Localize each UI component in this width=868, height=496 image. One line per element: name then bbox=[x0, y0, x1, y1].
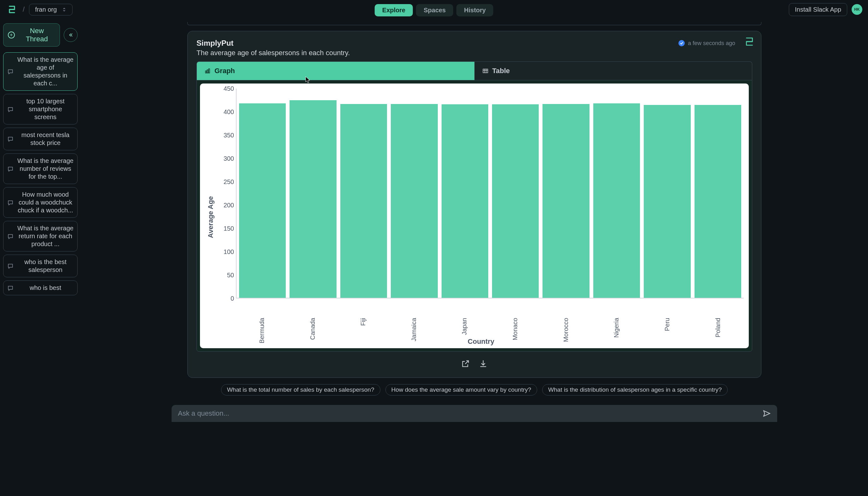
thread-label: most recent tesla stock price bbox=[17, 131, 74, 147]
bar[interactable] bbox=[644, 105, 690, 298]
timestamp: a few seconds ago bbox=[688, 40, 735, 47]
y-tick: 100 bbox=[224, 248, 234, 255]
x-tick: Poland bbox=[694, 301, 741, 336]
bars bbox=[236, 89, 744, 298]
y-tick: 400 bbox=[224, 108, 234, 115]
bar[interactable] bbox=[391, 104, 437, 298]
app-header: / fran org Explore Spaces History Instal… bbox=[0, 0, 868, 19]
body: + New Thread What is the average age of … bbox=[0, 19, 868, 496]
y-tick: 150 bbox=[224, 225, 234, 232]
x-tick: Jamaica bbox=[390, 301, 437, 336]
tab-explore[interactable]: Explore bbox=[375, 4, 413, 16]
install-slack-button[interactable]: Install Slack App bbox=[789, 3, 847, 16]
thread-label: top 10 largest smartphone screens bbox=[17, 97, 74, 121]
sidebar-thread-item[interactable]: who is the best salesperson bbox=[3, 254, 78, 277]
bar[interactable] bbox=[340, 104, 387, 298]
external-link-icon bbox=[461, 359, 470, 368]
sidebar-thread-item[interactable]: who is best bbox=[3, 280, 78, 295]
x-tick: Morocco bbox=[542, 301, 589, 336]
chat-icon bbox=[7, 106, 14, 112]
bar-chart-icon bbox=[204, 68, 211, 74]
view-tab-table[interactable]: Table bbox=[474, 62, 752, 80]
x-tick: Fiji bbox=[340, 301, 387, 336]
plot-zone: 050100150200250300350400450 bbox=[218, 89, 744, 298]
chat-icon bbox=[7, 136, 14, 142]
sidebar-thread-item[interactable]: top 10 largest smartphone screens bbox=[3, 94, 78, 124]
plus-icon: + bbox=[8, 32, 15, 38]
suggestion-chip[interactable]: What is the total number of sales by eac… bbox=[221, 384, 380, 396]
thread-label: What is the average return rate for each… bbox=[17, 224, 74, 248]
tab-history[interactable]: History bbox=[457, 4, 493, 16]
nav-tabs: Explore Spaces History bbox=[375, 4, 493, 16]
answer-description: The average age of salespersons in each … bbox=[196, 49, 752, 57]
thread-label: who is best bbox=[17, 284, 74, 292]
view-tabs: Graph Table bbox=[196, 61, 752, 80]
sidebar-thread-item[interactable]: most recent tesla stock price bbox=[3, 128, 78, 150]
svg-rect-3 bbox=[483, 69, 488, 73]
avatar[interactable]: HK bbox=[852, 4, 862, 15]
bar[interactable] bbox=[442, 104, 488, 298]
suggestion-chip[interactable]: How does the average sale amount vary by… bbox=[386, 384, 537, 396]
tab-spaces[interactable]: Spaces bbox=[416, 4, 453, 16]
chat-icon bbox=[7, 200, 14, 206]
download-icon bbox=[479, 359, 488, 368]
regenerate-button[interactable] bbox=[744, 36, 755, 48]
thread-label: who is the best salesperson bbox=[17, 258, 74, 274]
refresh-icon bbox=[744, 36, 755, 48]
sidebar-thread-item[interactable]: What is the average number of reviews fo… bbox=[3, 153, 78, 184]
bar[interactable] bbox=[239, 103, 286, 298]
y-tick: 450 bbox=[224, 85, 234, 92]
thread-label: What is the average number of reviews fo… bbox=[17, 157, 74, 181]
bar[interactable] bbox=[289, 100, 336, 298]
chat-icon bbox=[7, 233, 14, 239]
table-icon bbox=[482, 68, 489, 74]
bar[interactable] bbox=[542, 104, 589, 298]
question-input-bar bbox=[171, 405, 777, 422]
view-tab-graph[interactable]: Graph bbox=[197, 62, 474, 80]
new-thread-button[interactable]: + New Thread bbox=[3, 23, 60, 47]
open-external-button[interactable] bbox=[461, 359, 470, 368]
bar[interactable] bbox=[593, 103, 640, 298]
status-area: a few seconds ago bbox=[678, 40, 735, 47]
thread-label: How much wood could a woodchuck chuck if… bbox=[17, 191, 74, 214]
suggestion-chip[interactable]: What is the distribution of salesperson … bbox=[542, 384, 728, 396]
send-button[interactable] bbox=[763, 409, 771, 418]
main: SimplyPut a few seconds ago The average … bbox=[81, 19, 868, 496]
x-tick: Bermuda bbox=[238, 301, 285, 336]
org-picker[interactable]: fran org bbox=[29, 4, 73, 15]
header-left: / fran org bbox=[6, 3, 73, 16]
verified-icon bbox=[678, 40, 685, 46]
ylabel-wrap: Average Age bbox=[205, 89, 216, 346]
download-button[interactable] bbox=[479, 359, 488, 368]
bar[interactable] bbox=[694, 105, 741, 298]
x-ticks: BermudaCanadaFijiJamaicaJapanMonacoMoroc… bbox=[236, 298, 744, 336]
bot-name: SimplyPut bbox=[196, 39, 234, 48]
question-input[interactable] bbox=[178, 409, 763, 418]
chart: Average Age 050100150200250300350400450 … bbox=[200, 83, 749, 348]
axis-zone: 050100150200250300350400450 BermudaCanad… bbox=[218, 89, 744, 346]
prev-card-edge bbox=[188, 22, 761, 25]
svg-rect-0 bbox=[205, 71, 206, 73]
chat-icon bbox=[7, 166, 14, 172]
chat-icon bbox=[7, 263, 14, 269]
suggested-questions: What is the total number of sales by eac… bbox=[188, 384, 761, 396]
chat-icon bbox=[7, 285, 14, 291]
send-icon bbox=[763, 409, 771, 418]
breadcrumb-separator: / bbox=[23, 5, 25, 14]
x-tick: Japan bbox=[441, 301, 488, 336]
chart-frame: Average Age 050100150200250300350400450 … bbox=[196, 80, 752, 352]
x-tick: Monaco bbox=[492, 301, 539, 336]
sidebar-collapse-button[interactable] bbox=[64, 28, 78, 42]
ylabel: Average Age bbox=[207, 196, 215, 238]
chevron-left-icon bbox=[68, 32, 74, 38]
bar[interactable] bbox=[492, 104, 539, 298]
y-tick: 300 bbox=[224, 155, 234, 162]
thread-label: What is the average age of salespersons … bbox=[17, 56, 74, 87]
sidebar-thread-item[interactable]: What is the average age of salespersons … bbox=[3, 52, 78, 91]
sidebar-thread-item[interactable]: How much wood could a woodchuck chuck if… bbox=[3, 187, 78, 218]
answer-card: SimplyPut a few seconds ago The average … bbox=[188, 31, 761, 378]
sidebar: + New Thread What is the average age of … bbox=[0, 19, 81, 496]
chat-icon bbox=[7, 68, 14, 75]
app-logo[interactable] bbox=[6, 3, 18, 16]
sidebar-thread-item[interactable]: What is the average return rate for each… bbox=[3, 221, 78, 251]
